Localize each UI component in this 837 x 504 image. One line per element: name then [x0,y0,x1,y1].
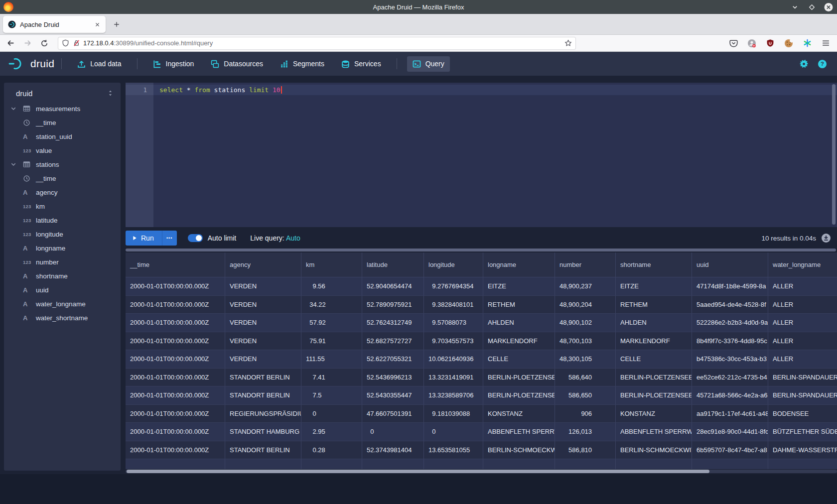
browser-tab[interactable]: Apache Druid [3,16,106,33]
url-bar[interactable]: 172.18.0.4:30899/unified-console.html#qu… [58,37,576,50]
results-hscrollbar-top[interactable] [126,249,836,252]
column-header-__time[interactable]: __time [126,252,225,277]
live-query-value[interactable]: Auto [286,234,300,242]
column-header-shortname[interactable]: shortname [616,252,692,277]
account-icon[interactable] [747,39,756,48]
help-icon[interactable]: ? [818,59,827,69]
download-icon[interactable] [821,233,831,243]
schema-column-value[interactable]: 123value [4,143,121,157]
column-header-uuid[interactable]: uuid [692,252,768,277]
schema-column-water_longname[interactable]: Awater_longname [4,297,121,311]
column-header-km[interactable]: km [301,252,362,277]
play-icon [132,235,138,241]
pocket-icon[interactable] [729,39,738,48]
nav-item-label: Query [425,60,444,68]
druid-logo[interactable]: druid [8,57,54,71]
chevron-down-icon[interactable] [10,161,16,167]
schema-table-measurements[interactable]: measurements [4,102,121,116]
window-maximize-icon[interactable] [807,2,816,11]
results-hscrollbar-bottom[interactable] [126,470,837,473]
column-header-agency[interactable]: agency [225,252,301,277]
upload-icon [77,60,86,68]
editor-scrollbar[interactable] [832,84,836,225]
menu-hamburger-icon[interactable] [821,39,830,48]
column-name: __time [36,119,56,126]
schema-column-number[interactable]: 123number [4,255,121,269]
empty-cell [555,459,616,469]
schema-column-latitude[interactable]: 123latitude [4,213,121,227]
table-row[interactable]: 2000-01-01T00:00:00.000ZSTANDORT BERLIN1… [126,369,837,387]
table-row[interactable]: 2000-01-01T00:00:00.000ZSTANDORT HAMBURG… [126,423,837,441]
reload-button[interactable] [38,37,51,50]
back-button[interactable] [4,37,17,50]
query-editor[interactable]: 1 select * from stations limit 10 [126,83,837,227]
run-button[interactable]: Run [126,231,162,246]
nav-item-label: Services [354,60,381,68]
schema-column-__time[interactable]: __time [4,171,121,185]
column-header-water_longname[interactable]: water_longname [768,252,837,277]
schema-column-uuid[interactable]: Auuid [4,283,121,297]
settings-gear-icon[interactable] [799,59,809,69]
schema-column-water_shortname[interactable]: Awater_shortname [4,311,121,325]
schema-column-shortname[interactable]: Ashortname [4,269,121,283]
schema-column-km[interactable]: 123km [4,199,121,213]
bookmark-star-icon[interactable] [564,39,572,47]
nav-item-query[interactable]: Query [407,56,450,72]
hscrollbar-thumb[interactable] [127,470,709,473]
window-close-icon[interactable] [824,2,833,11]
run-more-button[interactable]: ••• [162,231,177,246]
nav-item-ingestion[interactable]: Ingestion [147,56,200,72]
column-header-latitude[interactable]: latitude [362,252,424,277]
ublock-shield-icon[interactable] [766,39,775,48]
table-row[interactable]: 2000-01-01T00:00:00.000ZVERDEN111.5552.6… [126,350,837,369]
chevron-down-icon[interactable] [10,106,16,112]
cell-water_longname: BÜTZFLETHER SÜDERELBE [768,423,837,441]
nav-item-load-data[interactable]: Load data [72,56,127,72]
cell-agency: REGIERUNGSPRÄSIDIUM [225,405,301,423]
cell-latitude: 52.7890975921 [362,296,424,314]
table-row[interactable]: 2000-01-01T00:00:00.000ZVERDEN119.5652.9… [126,277,837,296]
brand-text: druid [30,58,54,70]
nav-item-datasources[interactable]: Datasources [205,56,269,72]
cell-water_longname: ALLER [768,350,837,368]
cell-__time: 2000-01-01T00:00:00.000Z [126,386,225,404]
cell-longname: KONSTANZ [483,405,555,423]
cookie-icon[interactable] [784,39,793,48]
table-icon [23,105,34,112]
nav-item-segments[interactable]: Segments [275,56,330,72]
schema-column-__time[interactable]: __time [4,116,121,129]
new-tab-button[interactable] [110,17,124,31]
table-row[interactable]: 2000-01-01T00:00:00.000ZVERDEN157.9252.7… [126,314,837,332]
schema-table-stations[interactable]: stations [4,157,121,171]
nav-item-services[interactable]: Services [336,56,387,72]
cell-longname: EITZE [483,277,555,295]
column-header-longitude[interactable]: longitude [424,252,483,277]
window-minimize-icon[interactable] [790,2,799,11]
schema-column-longitude[interactable]: 123longitude [4,227,121,241]
schema-column-agency[interactable]: Aagency [4,185,121,199]
extension-asterisk-icon[interactable] [803,39,812,48]
tab-close-icon[interactable] [93,20,102,29]
column-header-number[interactable]: number [555,252,616,277]
table-row[interactable]: 2000-01-01T00:00:00.000ZREGIERUNGSPRÄSID… [126,405,837,423]
table-row[interactable]: 2000-01-01T00:00:00.000ZSTANDORT BERLIN1… [126,386,837,405]
cell-km: 157.92 [301,314,362,332]
cell-shortname: ABBENFLETH SPERRWERK [616,423,692,441]
sql-token [269,86,273,94]
schema-column-station_uuid[interactable]: Astation_uuid [4,129,121,143]
column-header-longname[interactable]: longname [483,252,555,277]
editor-active-gutter: 1 [126,85,153,95]
tracking-shield-icon[interactable] [62,39,69,47]
cell-longitude: 19.57088073 [424,314,483,332]
auto-limit-toggle[interactable] [188,234,203,242]
table-row[interactable]: 2000-01-01T00:00:00.000ZVERDEN134.2252.7… [126,296,837,314]
forward-button[interactable] [21,37,34,50]
sort-columns-icon[interactable] [107,90,114,97]
insecure-lock-icon[interactable] [73,39,80,47]
cell-__time: 2000-01-01T00:00:00.000Z [126,277,225,295]
schema-column-longname[interactable]: Alongname [4,241,121,255]
table-row[interactable]: 2000-01-01T00:00:00.000ZVERDEN175.9152.6… [126,332,837,351]
string-type-icon: A [23,133,34,140]
cell-agency: VERDEN [225,296,301,314]
table-row[interactable]: 2000-01-01T00:00:00.000ZSTANDORT BERLIN1… [126,441,837,460]
